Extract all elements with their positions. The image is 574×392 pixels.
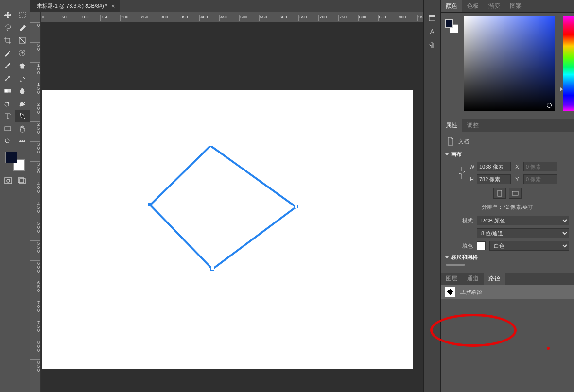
type-tool[interactable] — [0, 110, 15, 122]
ruler-v-tick: 650 — [30, 280, 40, 300]
width-input[interactable] — [477, 162, 511, 171]
path-select-tool[interactable] — [15, 110, 30, 122]
ruler-h-tick: 900 — [398, 15, 417, 21]
blur-tool[interactable] — [15, 85, 30, 97]
collapsed-panels-strip — [423, 0, 440, 392]
path-anchor[interactable] — [210, 267, 214, 271]
ruler-v-tick: 450 — [30, 201, 40, 221]
svg-rect-11 — [5, 178, 12, 184]
color-mode-select[interactable]: RGB 颜色 — [477, 216, 569, 225]
ruler-h-tick: 300 — [160, 15, 180, 21]
ruler-v-tick: 150 — [30, 82, 40, 102]
properties-panel: 文档 画布 W X H Y — [441, 132, 574, 273]
panel-tab[interactable]: 路径 — [484, 273, 505, 285]
panel-tab[interactable]: 通道 — [462, 273, 484, 285]
more-tool[interactable] — [15, 135, 30, 148]
move-tool[interactable] — [0, 9, 15, 21]
panel-tab[interactable]: 属性 — [441, 119, 462, 132]
ruler-vertical[interactable]: 0501001502002503003504004505005506006507… — [30, 22, 41, 392]
fg-color-swatch[interactable] — [5, 152, 17, 163]
panel-fg-swatch[interactable] — [445, 19, 453, 28]
portrait-button[interactable] — [493, 188, 506, 199]
marquee-tool[interactable] — [15, 9, 30, 21]
lasso-tool[interactable] — [0, 21, 15, 34]
path-anchor[interactable] — [209, 143, 212, 147]
magic-wand-tool[interactable] — [15, 21, 30, 34]
frame-tool[interactable] — [15, 34, 30, 47]
canvas-viewport[interactable] — [41, 22, 423, 392]
ruler-v-tick: 550 — [30, 240, 40, 260]
gradient-tool[interactable] — [0, 85, 15, 97]
clone-tool[interactable] — [15, 59, 30, 72]
path-item-thumb — [445, 287, 455, 297]
document-tabs: 未标题-1 @ 73.3%(RGB/8#) * × — [30, 0, 423, 12]
paragraph-panel-icon[interactable] — [425, 40, 439, 51]
ruler-origin[interactable] — [30, 12, 41, 22]
section-canvas[interactable]: 画布 — [446, 151, 569, 158]
eyedropper-tool[interactable] — [0, 47, 15, 59]
zoom-tool[interactable] — [0, 135, 15, 148]
rectangle-tool[interactable] — [0, 122, 15, 135]
section-rulers[interactable]: 标尺和网格 — [446, 254, 569, 261]
height-input[interactable] — [477, 174, 511, 184]
section-canvas-label: 画布 — [451, 151, 462, 158]
panel-tab[interactable]: 色板 — [462, 0, 484, 12]
quick-mask-tool[interactable] — [3, 176, 14, 186]
healing-tool[interactable] — [15, 47, 30, 59]
panel-fgbg-swatch[interactable] — [445, 19, 458, 33]
fill-swatch[interactable] — [477, 241, 486, 250]
crop-tool[interactable] — [0, 34, 15, 47]
paths-list[interactable]: 工作路径 — [441, 285, 574, 392]
fg-bg-swatch[interactable] — [5, 152, 25, 171]
history-panel-icon[interactable] — [425, 13, 439, 23]
link-icon[interactable] — [456, 166, 467, 180]
path-anchor[interactable] — [294, 205, 298, 208]
ruler-h-tick: 250 — [140, 15, 160, 21]
hand-tool[interactable] — [15, 122, 30, 135]
ruler-v-tick: 750 — [30, 320, 40, 340]
svg-marker-20 — [447, 289, 453, 295]
ruler-h-tick: 400 — [199, 15, 219, 21]
color-field[interactable] — [464, 16, 555, 111]
close-icon[interactable]: × — [111, 2, 115, 10]
mode-label: 模式 — [446, 217, 473, 224]
svg-rect-0 — [19, 12, 25, 18]
landscape-button[interactable] — [509, 188, 522, 199]
ruler-h-tick: 650 — [298, 15, 318, 21]
w-label: W — [469, 164, 475, 170]
path-anchor-selected[interactable] — [148, 203, 152, 206]
app-root: 未标题-1 @ 73.3%(RGB/8#) * × 05010015020025… — [0, 0, 574, 392]
ruler-horizontal[interactable]: 0501001502002503003504004505005506006507… — [41, 12, 423, 22]
canvas[interactable] — [42, 90, 413, 369]
svg-rect-4 — [5, 89, 8, 92]
layers-panel-tabs: 图层通道路径 — [441, 273, 574, 285]
document-label: 文档 — [458, 138, 469, 145]
panel-tab[interactable]: 图案 — [505, 0, 526, 12]
ruler-slider[interactable] — [446, 264, 465, 266]
hue-marker[interactable] — [560, 87, 563, 91]
eraser-tool[interactable] — [15, 72, 30, 85]
properties-panel-tabs: 属性调整 — [441, 119, 574, 132]
panel-tab[interactable]: 颜色 — [441, 0, 462, 12]
dimension-grid: W X H Y — [456, 162, 569, 184]
color-picker-ring[interactable] — [547, 103, 552, 108]
right-panels: 颜色色板渐变图案 属性调整 文档 画布 — [440, 0, 574, 392]
character-panel-icon[interactable] — [425, 26, 439, 37]
fill-select[interactable]: 白色 — [489, 241, 569, 251]
pen-tool[interactable] — [15, 97, 30, 110]
document-tab[interactable]: 未标题-1 @ 73.3%(RGB/8#) * × — [30, 0, 120, 12]
panel-tab[interactable]: 图层 — [441, 273, 462, 285]
path-item-work-path[interactable]: 工作路径 — [441, 285, 574, 299]
panel-tab[interactable]: 渐变 — [484, 0, 505, 12]
ruler-h-tick: 450 — [219, 15, 239, 21]
y-label: Y — [513, 176, 522, 182]
brush-tool[interactable] — [0, 59, 15, 72]
dodge-tool[interactable] — [0, 97, 15, 110]
bit-depth-select[interactable]: 8 位/通道 — [477, 228, 569, 238]
screen-mode-tool[interactable] — [17, 176, 27, 186]
history-brush-tool[interactable] — [0, 72, 15, 85]
section-rulers-label: 标尺和网格 — [451, 254, 478, 261]
work-path-shape[interactable] — [148, 144, 298, 271]
panel-tab[interactable]: 调整 — [462, 119, 484, 132]
hue-strip[interactable] — [563, 16, 574, 111]
